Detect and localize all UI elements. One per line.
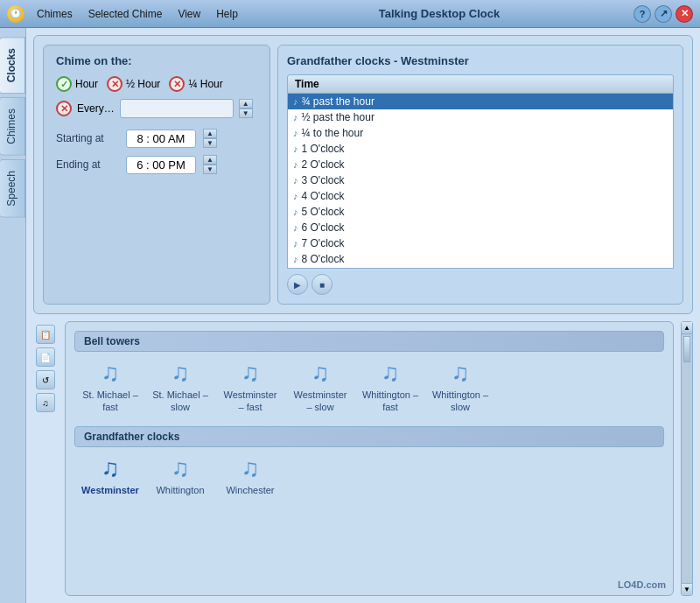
every-down[interactable]: ▼: [239, 109, 253, 118]
top-panel: Chime on the: Hour ½ Hour ¼ Hour: [33, 35, 693, 314]
menu-view[interactable]: View: [171, 6, 207, 22]
starting-down[interactable]: ▼: [203, 138, 217, 148]
chime-item-st-michael-slow[interactable]: ♫ St. Michael –slow: [150, 361, 211, 414]
title-buttons: ? ↗ ✕: [634, 5, 693, 23]
note-icon: ♪: [293, 175, 298, 186]
music-icon: ♫: [382, 361, 400, 385]
tab-chimes[interactable]: Chimes: [0, 97, 25, 156]
tab-clocks[interactable]: Clocks: [0, 37, 25, 94]
list-item[interactable]: ♪ 1 O'clock: [288, 141, 673, 157]
music-icon: ♫: [312, 361, 330, 385]
icon-bar-btn-3[interactable]: ↺: [36, 370, 55, 389]
hour-radio[interactable]: [56, 76, 72, 92]
grandfather-clocks-items: ♫ Westminster ♫ Whittington ♫ Winchester: [74, 456, 664, 496]
quarter-hour-option[interactable]: ¼ Hour: [169, 76, 222, 92]
menu-help[interactable]: Help: [209, 6, 245, 22]
list-item[interactable]: ♪ 3 O'clock: [288, 172, 673, 188]
bell-towers-header: Bell towers: [74, 331, 664, 352]
tab-speech[interactable]: Speech: [0, 159, 25, 218]
note-icon: ♪: [293, 191, 298, 201]
grandfather-clocks-header: Grandfather clocks: [74, 426, 664, 447]
music-icon: ♫: [172, 456, 190, 480]
side-tabs: Clocks Chimes Speech: [0, 28, 26, 603]
list-item[interactable]: ♪ ¼ to the hour: [288, 125, 673, 141]
list-item[interactable]: ♪ 4 O'clock: [288, 188, 673, 204]
chime-item-label: Westminster– fast: [224, 389, 277, 414]
list-item-label: 1 O'clock: [302, 143, 345, 155]
chime-item-label: Westminster: [81, 484, 139, 496]
menu-bar: Chimes Selected Chime View Help: [30, 6, 245, 22]
note-icon: ♪: [293, 207, 298, 217]
ending-down[interactable]: ▼: [203, 165, 217, 174]
list-controls: ▶ ■: [287, 274, 674, 295]
chime-options-row: Hour ½ Hour ¼ Hour: [56, 76, 257, 92]
chime-item-westminster-fast[interactable]: ♫ Westminster– fast: [220, 361, 281, 414]
chime-item-label: St. Michael –fast: [82, 389, 138, 414]
chime-item-whittington[interactable]: ♫ Whittington: [150, 456, 211, 496]
help-button[interactable]: ?: [634, 5, 651, 23]
chime-item-whittington-fast[interactable]: ♫ Whittington –fast: [360, 361, 421, 414]
quarter-hour-label: ¼ Hour: [188, 78, 222, 90]
bottom-area: 📋 📄 ↺ ♫ Bell towers ♫ St. Michael –fast …: [33, 321, 693, 596]
list-item[interactable]: ♪ 9 O'clock: [288, 267, 673, 269]
scroll-down-btn[interactable]: ▼: [682, 583, 692, 595]
list-item[interactable]: ♪ 5 O'clock: [288, 204, 673, 220]
right-scrollbar[interactable]: ▲ ▼: [681, 321, 693, 596]
chime-item-winchester[interactable]: ♫ Winchester: [220, 456, 281, 496]
list-item[interactable]: ♪ 7 O'clock: [288, 235, 673, 251]
list-item[interactable]: ♪ ½ past the hour: [288, 109, 673, 125]
menu-chimes[interactable]: Chimes: [30, 6, 80, 22]
list-item-label: 5 O'clock: [302, 206, 345, 218]
note-icon: ♪: [293, 112, 298, 123]
list-item[interactable]: ♪ 2 O'clock: [288, 157, 673, 172]
every-up[interactable]: ▲: [239, 99, 253, 109]
close-button[interactable]: ✕: [676, 5, 693, 23]
list-column-header: Time: [287, 74, 674, 94]
half-hour-option[interactable]: ½ Hour: [107, 76, 160, 92]
icon-bar-btn-4[interactable]: ♫: [36, 393, 55, 412]
music-icon: ♫: [102, 456, 120, 480]
every-input[interactable]: [120, 99, 234, 118]
chime-item-label: Whittington –fast: [362, 389, 418, 414]
play-button[interactable]: ▶: [287, 274, 308, 295]
quarter-hour-radio[interactable]: [169, 76, 185, 92]
list-item[interactable]: ♪ 6 O'clock: [288, 220, 673, 235]
chime-item-whittington-slow[interactable]: ♫ Whittington –slow: [430, 361, 491, 414]
every-label: Every…: [77, 102, 115, 115]
list-item-label: 7 O'clock: [302, 237, 345, 249]
scroll-up-btn[interactable]: ▲: [682, 322, 692, 334]
ending-row: Ending at 6 : 00 PM ▲ ▼: [56, 155, 257, 174]
list-item-label: ½ past the hour: [302, 111, 374, 123]
music-icon: ♫: [242, 456, 260, 480]
ending-spinner: ▲ ▼: [203, 155, 217, 174]
half-hour-radio[interactable]: [107, 76, 122, 92]
ending-value: 6 : 00 PM: [126, 156, 196, 174]
clock-list[interactable]: ♪ ¾ past the hour ♪ ½ past the hour ♪ ¼ …: [287, 94, 674, 269]
every-row: Every… ▲ ▼: [56, 99, 257, 118]
list-item[interactable]: ♪ ¾ past the hour: [288, 94, 673, 109]
list-item-label: 8 O'clock: [302, 253, 345, 265]
starting-row: Starting at 8 : 00 AM ▲ ▼: [56, 129, 257, 148]
starting-up[interactable]: ▲: [203, 129, 217, 138]
menu-selected-chime[interactable]: Selected Chime: [81, 6, 170, 22]
chime-item-st-michael-fast[interactable]: ♫ St. Michael –fast: [80, 361, 141, 414]
chime-item-westminster-slow[interactable]: ♫ Westminster– slow: [290, 361, 351, 414]
stop-button[interactable]: ■: [312, 274, 332, 295]
chime-item-westminster[interactable]: ♫ Westminster: [80, 456, 141, 496]
list-item-label: ¼ to the hour: [302, 127, 364, 139]
note-icon: ♪: [293, 144, 298, 154]
icon-bar-btn-1[interactable]: 📋: [36, 325, 55, 344]
chime-settings: Chime on the: Hour ½ Hour ¼ Hour: [43, 45, 270, 305]
ending-up[interactable]: ▲: [203, 155, 217, 165]
starting-spinner: ▲ ▼: [203, 129, 217, 148]
icon-bar-btn-2[interactable]: 📄: [36, 347, 55, 367]
left-icon-bar: 📋 📄 ↺ ♫: [33, 321, 58, 596]
hour-option[interactable]: Hour: [56, 76, 98, 92]
list-item[interactable]: ♪ 8 O'clock: [288, 251, 673, 267]
every-radio[interactable]: [56, 101, 72, 116]
list-item-label: 4 O'clock: [302, 190, 345, 202]
starting-label: Starting at: [56, 132, 119, 144]
external-button[interactable]: ↗: [654, 5, 672, 23]
note-icon: ♪: [293, 238, 298, 249]
scroll-thumb[interactable]: [683, 336, 690, 362]
